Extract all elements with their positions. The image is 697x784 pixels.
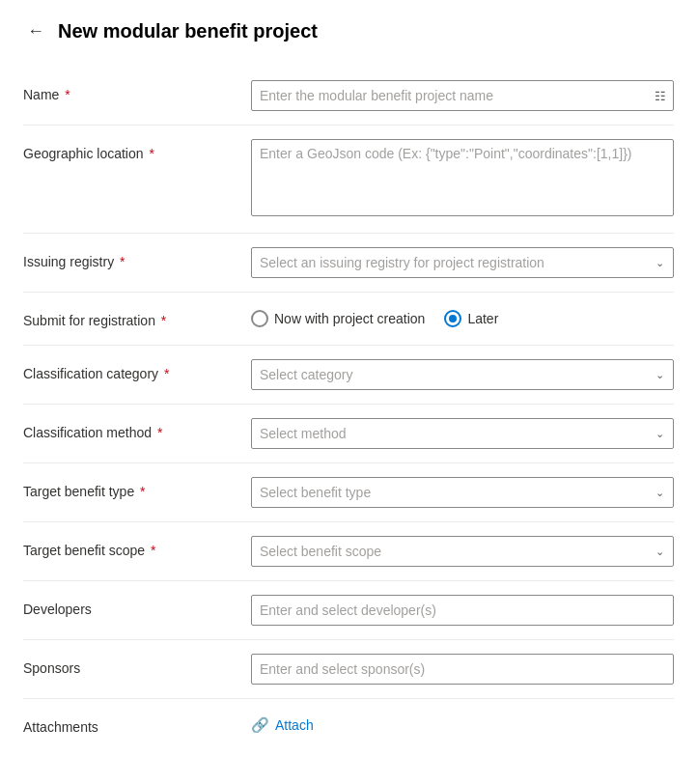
target-benefit-scope-label: Target benefit scope * (23, 536, 236, 561)
classification-method-select[interactable]: Select method (251, 418, 674, 449)
classification-method-select-wrapper: Select method ⌄ (251, 418, 674, 449)
radio-group: Now with project creation Later (251, 306, 674, 327)
name-input-wrapper: ☷ (251, 80, 674, 111)
required-star: * (136, 484, 145, 499)
required-star: * (160, 366, 169, 381)
submit-registration-label: Submit for registration * (23, 306, 236, 331)
issuing-registry-control: Select an issuing registry for project r… (251, 247, 674, 278)
name-row: Name * ☷ (23, 67, 674, 126)
sponsors-label: Sponsors (23, 654, 236, 679)
name-control: ☷ (251, 80, 674, 111)
issuing-registry-select[interactable]: Select an issuing registry for project r… (251, 247, 674, 278)
required-star: * (61, 87, 70, 102)
geographic-location-row: Geographic location * (23, 126, 674, 234)
classification-method-control: Select method ⌄ (251, 418, 674, 449)
target-benefit-scope-select[interactable]: Select benefit scope (251, 536, 674, 567)
required-star: * (116, 254, 125, 269)
radio-label-now: Now with project creation (274, 311, 425, 326)
attachments-control: 🔗 Attach (251, 713, 674, 738)
geographic-location-control (251, 139, 674, 219)
issuing-registry-select-wrapper: Select an issuing registry for project r… (251, 247, 674, 278)
classification-category-label: Classification category * (23, 359, 236, 384)
sponsors-row: Sponsors (23, 640, 674, 699)
page-container: ← New modular benefit project Name * ☷ G… (0, 0, 697, 784)
classification-method-row: Classification method * Select method ⌄ (23, 405, 674, 463)
radio-option-now[interactable]: Now with project creation (251, 310, 425, 327)
classification-category-row: Classification category * Select categor… (23, 346, 674, 405)
target-benefit-type-control: Select benefit type ⌄ (251, 477, 674, 508)
page-title: New modular benefit project (58, 20, 318, 42)
radio-dot-later (449, 315, 457, 322)
radio-circle-now (251, 310, 268, 327)
developers-input[interactable] (251, 595, 674, 626)
footer-actions: Create Cancel (23, 774, 674, 784)
radio-option-later[interactable]: Later (444, 310, 498, 327)
attach-button[interactable]: 🔗 Attach (251, 713, 314, 738)
attachments-row: Attachments 🔗 Attach (23, 699, 674, 751)
geographic-location-label: Geographic location * (23, 139, 236, 164)
paperclip-icon: 🔗 (251, 716, 269, 734)
classification-category-control: Select category ⌄ (251, 359, 674, 390)
required-star: * (153, 425, 162, 440)
classification-category-select-wrapper: Select category ⌄ (251, 359, 674, 390)
developers-label: Developers (23, 595, 236, 620)
target-benefit-type-row: Target benefit type * Select benefit typ… (23, 463, 674, 522)
sponsors-input[interactable] (251, 654, 674, 685)
issuing-registry-row: Issuing registry * Select an issuing reg… (23, 234, 674, 293)
form-section: Name * ☷ Geographic location * Issuing r… (23, 67, 674, 751)
classification-method-label: Classification method * (23, 418, 236, 443)
issuing-registry-label: Issuing registry * (23, 247, 236, 272)
name-label: Name * (23, 80, 236, 105)
attachments-label: Attachments (23, 713, 236, 738)
sponsors-control (251, 654, 674, 685)
target-benefit-type-label: Target benefit type * (23, 477, 236, 502)
submit-registration-control: Now with project creation Later (251, 306, 674, 327)
radio-circle-later (444, 310, 461, 327)
required-star: * (146, 146, 154, 161)
developers-control (251, 595, 674, 626)
target-benefit-type-select[interactable]: Select benefit type (251, 477, 674, 508)
classification-category-select[interactable]: Select category (251, 359, 674, 390)
target-benefit-type-select-wrapper: Select benefit type ⌄ (251, 477, 674, 508)
geographic-location-input[interactable] (251, 139, 674, 216)
target-benefit-scope-control: Select benefit scope ⌄ (251, 536, 674, 567)
submit-registration-row: Submit for registration * Now with proje… (23, 293, 674, 346)
developers-row: Developers (23, 581, 674, 640)
attach-label: Attach (275, 717, 314, 733)
required-star: * (147, 543, 155, 558)
back-button[interactable]: ← (23, 19, 48, 43)
name-input[interactable] (251, 80, 674, 111)
page-header: ← New modular benefit project (23, 19, 674, 43)
target-benefit-scope-select-wrapper: Select benefit scope ⌄ (251, 536, 674, 567)
required-star: * (157, 313, 166, 328)
radio-label-later: Later (467, 311, 498, 326)
target-benefit-scope-row: Target benefit scope * Select benefit sc… (23, 522, 674, 581)
